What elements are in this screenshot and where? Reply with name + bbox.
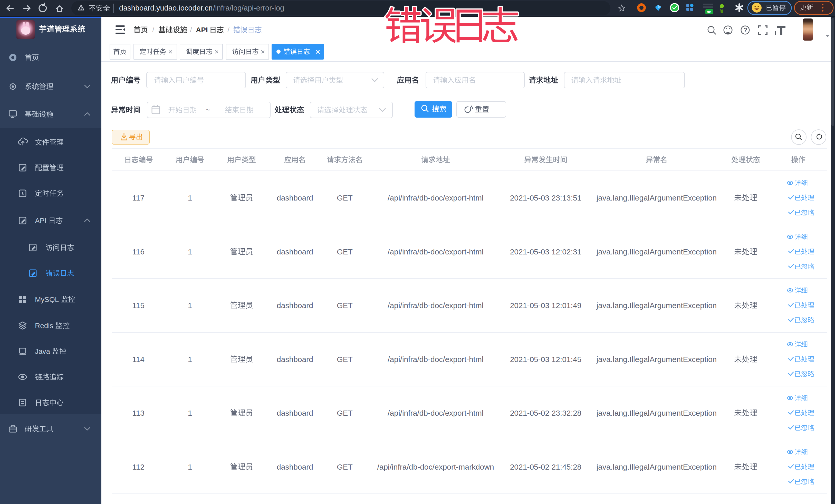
- svg-text:GET: GET: [337, 355, 353, 364]
- svg-text:2021-05-02 21:45:28: 2021-05-02 21:45:28: [510, 463, 582, 471]
- svg-text:java.lang.IllegalArgumentExcep: java.lang.IllegalArgumentException: [596, 409, 717, 417]
- svg-text:java.lang.IllegalArgumentExcep: java.lang.IllegalArgumentException: [596, 247, 717, 256]
- svg-text:/api/infra/db-doc/export-html: /api/infra/db-doc/export-html: [388, 194, 484, 202]
- svg-text:?: ?: [744, 26, 747, 34]
- svg-text:dashboard: dashboard: [277, 409, 313, 417]
- svg-text:java.lang.IllegalArgumentExcep: java.lang.IllegalArgumentException: [596, 355, 717, 364]
- svg-text:~: ~: [206, 106, 210, 114]
- svg-text:/api/infra/db-doc/export-html: /api/infra/db-doc/export-html: [388, 355, 484, 364]
- svg-text:1: 1: [188, 194, 192, 202]
- svg-text:117: 117: [132, 194, 144, 202]
- svg-text:112: 112: [132, 463, 144, 471]
- svg-text:116: 116: [132, 247, 144, 256]
- svg-text:/api/infra/db-doc/export-html: /api/infra/db-doc/export-html: [388, 247, 484, 256]
- svg-text:dashboard: dashboard: [277, 247, 313, 256]
- svg-text:dashboard: dashboard: [277, 355, 313, 364]
- svg-text:/: /: [152, 26, 154, 34]
- svg-text:/: /: [190, 26, 192, 34]
- svg-text:/: /: [227, 26, 229, 34]
- svg-text:on: on: [707, 9, 711, 14]
- svg-text:/api/infra/db-doc/export-html: /api/infra/db-doc/export-html: [388, 409, 484, 417]
- svg-text:dashboard: dashboard: [277, 463, 313, 471]
- svg-text:dashboard: dashboard: [277, 194, 313, 202]
- svg-text:/api/infra/db-doc/export-html: /api/infra/db-doc/export-html: [388, 301, 484, 310]
- svg-text:1: 1: [188, 247, 192, 256]
- svg-text:2021-05-03 23:13:51: 2021-05-03 23:13:51: [510, 194, 582, 202]
- svg-text:2021-05-03 12:01:45: 2021-05-03 12:01:45: [510, 355, 582, 364]
- svg-text:GET: GET: [337, 463, 353, 471]
- svg-text:2021-05-03 12:01:49: 2021-05-03 12:01:49: [510, 301, 582, 310]
- svg-text:GET: GET: [337, 301, 353, 310]
- svg-text:MySQL: MySQL: [35, 296, 59, 303]
- svg-text:java.lang.IllegalArgumentExcep: java.lang.IllegalArgumentException: [596, 194, 717, 202]
- svg-text:Redis: Redis: [35, 322, 54, 330]
- svg-text:GET: GET: [337, 409, 353, 417]
- svg-text:1: 1: [188, 301, 192, 310]
- svg-text:1: 1: [188, 409, 192, 417]
- svg-text:2021-05-02 23:32:28: 2021-05-02 23:32:28: [510, 409, 582, 417]
- svg-text:dashboard: dashboard: [277, 301, 313, 310]
- svg-text:114: 114: [132, 355, 144, 364]
- svg-text:java.lang.IllegalArgumentExcep: java.lang.IllegalArgumentException: [596, 301, 717, 310]
- svg-text:115: 115: [132, 301, 144, 310]
- svg-text:GET: GET: [337, 247, 353, 256]
- svg-text:java.lang.IllegalArgumentExcep: java.lang.IllegalArgumentException: [596, 463, 717, 471]
- svg-text:1: 1: [188, 463, 192, 471]
- svg-text:Java: Java: [35, 347, 50, 355]
- svg-text:API: API: [35, 217, 46, 225]
- svg-text:/infra/log/api-error-log: /infra/log/api-error-log: [213, 4, 284, 12]
- svg-text:GET: GET: [337, 194, 353, 202]
- svg-text:113: 113: [132, 409, 144, 417]
- svg-text:/api/infra/db-doc/export-markd: /api/infra/db-doc/export-markdown: [377, 463, 494, 471]
- svg-text:1: 1: [188, 355, 192, 364]
- svg-text:2021-05-03 12:02:31: 2021-05-03 12:02:31: [510, 247, 582, 256]
- svg-text:dashboard.yudao.iocoder.cn: dashboard.yudao.iocoder.cn: [119, 4, 212, 12]
- svg-text:API: API: [196, 26, 208, 34]
